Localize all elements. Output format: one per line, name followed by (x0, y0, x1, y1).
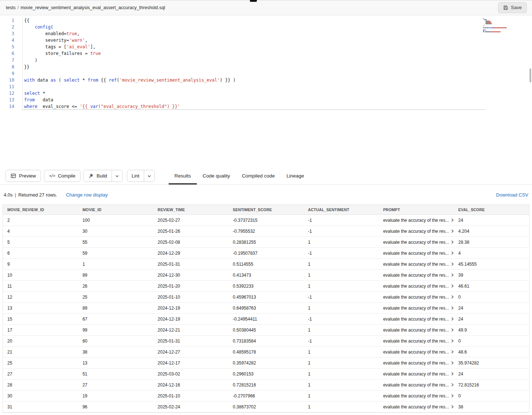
breadcrumb-folder[interactable]: tests (6, 5, 15, 10)
table-cell: 28 (3, 382, 78, 388)
code-line[interactable]: 14where eval_score <= '{{ var("eval_accu… (0, 103, 485, 110)
code-text: severity='warn', (23, 37, 485, 44)
query-status-bar: 4.0s | Returned 27 rows. Change row disp… (0, 185, 532, 205)
code-line[interactable]: 12select * (0, 90, 485, 97)
line-number: 1 (0, 17, 23, 24)
prompt-cell: evaluate the accuracy of the res... (379, 251, 454, 256)
prompt-text: evaluate the accuracy of the res... (383, 328, 449, 333)
table-cell: 2025-02-27 (153, 218, 228, 223)
lint-split-button: Lint (127, 170, 155, 182)
table-row: 10892024-12-300.4134731evaluate the accu… (3, 270, 529, 281)
table-cell: 2025-01-31 (153, 339, 228, 344)
line-number: 7 (0, 57, 23, 64)
table-row: 13892024-12-190.649587631evaluate the ac… (3, 303, 529, 314)
save-button[interactable]: Save (498, 2, 527, 13)
chevron-right-icon[interactable] (451, 317, 454, 321)
prompt-cell: evaluate the accuracy of the res... (379, 284, 454, 289)
code-line[interactable]: 2 config( (0, 24, 485, 30)
table-cell: 1 (304, 240, 379, 245)
code-line[interactable]: 9 (0, 70, 485, 77)
table-cell: -0.24954411 (228, 317, 303, 322)
chevron-right-icon[interactable] (451, 284, 454, 288)
code-line[interactable]: 8}} (0, 64, 485, 70)
prompt-cell: evaluate the accuracy of the res... (379, 371, 454, 377)
chevron-right-icon[interactable] (451, 339, 454, 343)
code-line[interactable]: 11 (0, 83, 485, 90)
compile-button-label: Compile (58, 173, 75, 179)
chevron-right-icon[interactable] (451, 251, 454, 255)
chevron-right-icon[interactable] (451, 328, 454, 332)
line-number: 11 (0, 83, 23, 90)
code-line[interactable]: 3 enabled=true, (0, 30, 485, 37)
download-csv-link[interactable]: Download CSV (496, 192, 528, 198)
chevron-right-icon[interactable] (451, 383, 454, 387)
table-cell: 1 (304, 284, 379, 289)
code-line[interactable]: 10with data as ( select * from {{ ref('m… (0, 77, 485, 83)
code-line[interactable]: 1{{ (0, 17, 485, 24)
table-cell: 25 (78, 295, 153, 300)
chevron-right-icon[interactable] (451, 240, 454, 244)
tab-code-quality[interactable]: Code quality (197, 167, 236, 184)
code-text: ) (23, 57, 485, 64)
table-cell: 25 (3, 360, 78, 366)
column-header: REVIEW_TIME (153, 208, 228, 212)
eval-score-cell: 0 (454, 295, 529, 300)
compile-button[interactable]: </> Compile (44, 170, 80, 182)
table-cell: 2025-01-10 (153, 393, 228, 399)
chevron-right-icon[interactable] (451, 372, 454, 376)
code-editor[interactable]: 1{{2 config(3 enabled=true,4 severity='w… (0, 15, 532, 167)
table-cell: 2024-12-17 (153, 360, 228, 366)
build-button[interactable]: Build (84, 170, 112, 182)
table-cell: 38 (78, 349, 153, 355)
preview-button[interactable]: Preview (5, 170, 41, 182)
chevron-right-icon[interactable] (451, 295, 454, 299)
code-line[interactable]: 13from data (0, 97, 485, 103)
code-line[interactable]: 6 store_failures = true (0, 50, 485, 57)
line-number: 2 (0, 24, 23, 30)
editor-scrollbar-thumb[interactable] (529, 68, 531, 82)
tab-lineage[interactable]: Lineage (281, 167, 310, 184)
table-cell: 20 (3, 339, 78, 344)
prompt-text: evaluate the accuracy of the res... (383, 382, 449, 388)
prompt-text: evaluate the accuracy of the res... (383, 295, 449, 300)
table-cell: 10 (3, 273, 78, 278)
chevron-right-icon[interactable] (451, 273, 454, 277)
table-cell: -0.19507837 (228, 251, 303, 256)
table-cell: 13 (78, 360, 153, 366)
table-cell: 5 (3, 240, 78, 245)
code-line[interactable]: 5 tags = ['ai_eval'], (0, 44, 485, 50)
prompt-text: evaluate the accuracy of the res... (383, 371, 449, 377)
tab-results[interactable]: Results (169, 167, 197, 184)
code-line[interactable]: 4 severity='warn', (0, 37, 485, 44)
eval-score-cell: 49.9 (454, 328, 529, 333)
table-cell: 0.413473 (228, 273, 303, 278)
chevron-right-icon[interactable] (451, 405, 454, 409)
table-cell: -1 (304, 251, 379, 256)
table-cell: 0.48595178 (228, 349, 303, 355)
prompt-text: evaluate the accuracy of the res... (383, 273, 449, 278)
change-row-display-link[interactable]: Change row display (66, 192, 108, 198)
table-cell: -0.2707966 (228, 393, 303, 399)
code-line[interactable]: 7 ) (0, 57, 485, 64)
table-cell: 67 (78, 317, 153, 322)
chevron-right-icon[interactable] (451, 306, 454, 310)
chevron-right-icon[interactable] (451, 229, 454, 233)
chevron-right-icon[interactable] (451, 394, 454, 398)
code-text: tags = ['ai_eval'], (23, 44, 485, 50)
tab-compiled-code[interactable]: Compiled code (236, 167, 281, 184)
table-cell: 26 (78, 284, 153, 289)
editor-minimap[interactable] (483, 18, 526, 33)
code-text: select * (23, 90, 485, 97)
chevron-right-icon[interactable] (451, 262, 454, 266)
lint-dropdown-button[interactable] (144, 170, 154, 182)
lint-button[interactable]: Lint (127, 170, 144, 182)
results-tabs: Results Code quality Compiled code Linea… (169, 167, 310, 184)
prompt-cell: evaluate the accuracy of the res... (379, 360, 454, 366)
chevron-right-icon[interactable] (451, 218, 454, 222)
chevron-right-icon[interactable] (451, 350, 454, 354)
chevron-right-icon[interactable] (451, 361, 454, 365)
eval-score-cell: 24 (454, 371, 529, 377)
line-number: 9 (0, 70, 23, 77)
eval-score-cell: 28.38 (454, 240, 529, 245)
build-dropdown-button[interactable] (112, 170, 122, 182)
